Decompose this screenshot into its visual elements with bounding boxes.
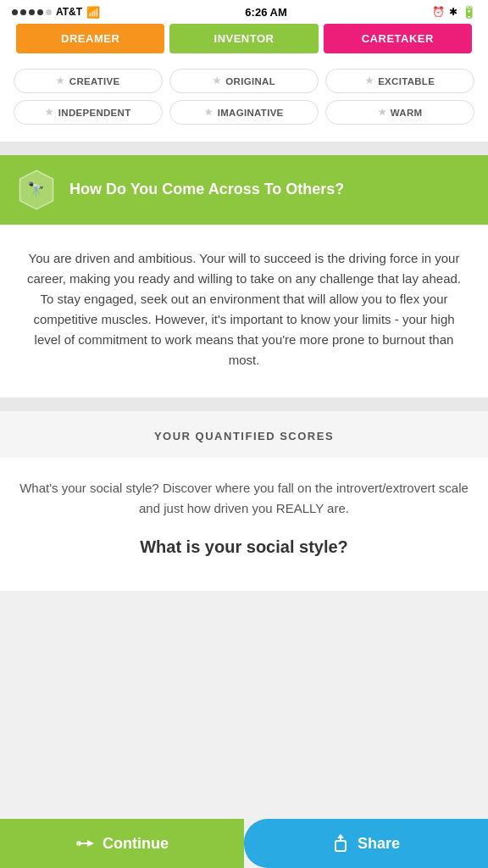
social-style-heading: What is your social style?	[17, 537, 471, 557]
scores-intro: What's your social style? Discover where…	[17, 478, 471, 519]
scores-body: What's your social style? Discover where…	[0, 458, 488, 591]
how-others-title: How Do You Come Across To Others?	[69, 180, 344, 199]
signal-dots	[12, 9, 52, 15]
scores-section: YOUR QUANTIFIED SCORES What's your socia…	[0, 411, 488, 591]
top-section: DREAMER INVENTOR CARETAKER ★ CREATIVE ★ …	[0, 24, 488, 142]
svg-marker-7	[337, 834, 344, 838]
description-text: You are driven and ambitious. Your will …	[20, 248, 468, 370]
svg-marker-4	[87, 840, 94, 847]
description-card: You are driven and ambitious. Your will …	[0, 225, 488, 398]
binoculars-hex-icon: 🔭	[15, 169, 58, 211]
bluetooth-icon: ✱	[449, 6, 458, 18]
time-display: 6:26 AM	[245, 6, 286, 19]
bottom-buttons: Continue Share	[0, 819, 488, 868]
trait-imaginative[interactable]: ★ IMAGINATIVE	[169, 100, 319, 125]
share-button[interactable]: Share	[244, 819, 488, 868]
share-label: Share	[358, 835, 400, 853]
star-icon-warm: ★	[378, 107, 386, 118]
trait-label-warm: WARM	[391, 108, 423, 118]
battery-icon: 🔋	[462, 5, 476, 19]
trait-label-excitable: EXCITABLE	[378, 76, 435, 86]
status-bar: AT&T 📶 6:26 AM ⏰ ✱ 🔋	[0, 0, 488, 24]
trait-warm[interactable]: ★ WARM	[325, 100, 474, 125]
continue-button[interactable]: Continue	[0, 819, 244, 868]
divider-1	[0, 142, 488, 155]
share-icon	[332, 834, 349, 853]
trait-original[interactable]: ★ ORIGINAL	[169, 69, 319, 93]
continue-label: Continue	[103, 835, 169, 853]
tab-caretaker[interactable]: CARETAKER	[324, 24, 472, 53]
alarm-icon: ⏰	[432, 6, 445, 18]
star-icon-independent: ★	[45, 107, 53, 118]
svg-rect-5	[336, 841, 346, 851]
trait-label-imaginative: IMAGINATIVE	[218, 108, 284, 118]
tab-dreamer[interactable]: DREAMER	[16, 24, 164, 53]
how-others-header: 🔭 How Do You Come Across To Others?	[0, 155, 488, 225]
divider-2	[0, 398, 488, 411]
status-right: ⏰ ✱ 🔋	[432, 5, 476, 19]
traits-grid: ★ CREATIVE ★ ORIGINAL ★ EXCITABLE ★ INDE…	[14, 69, 474, 125]
star-icon-original: ★	[213, 75, 221, 86]
type-tabs: DREAMER INVENTOR CARETAKER	[14, 24, 474, 53]
star-icon-imaginative: ★	[204, 107, 213, 118]
trait-creative[interactable]: ★ CREATIVE	[14, 69, 163, 93]
star-icon-excitable: ★	[365, 75, 374, 86]
status-left: AT&T 📶	[12, 6, 100, 19]
trait-excitable[interactable]: ★ EXCITABLE	[325, 69, 474, 93]
trait-label-creative: CREATIVE	[69, 76, 120, 86]
star-icon-creative: ★	[56, 75, 64, 86]
wifi-icon: 📶	[86, 6, 100, 19]
scores-title: YOUR QUANTIFIED SCORES	[17, 430, 471, 442]
continue-icon	[75, 837, 94, 849]
tab-inventor[interactable]: INVENTOR	[169, 24, 318, 53]
trait-independent[interactable]: ★ INDEPENDENT	[14, 100, 163, 125]
trait-label-original: ORIGINAL	[225, 76, 275, 86]
trait-label-independent: INDEPENDENT	[58, 108, 131, 118]
section-icon-container: 🔭	[15, 169, 58, 211]
svg-text:🔭: 🔭	[28, 181, 46, 198]
carrier-label: AT&T	[56, 6, 82, 18]
